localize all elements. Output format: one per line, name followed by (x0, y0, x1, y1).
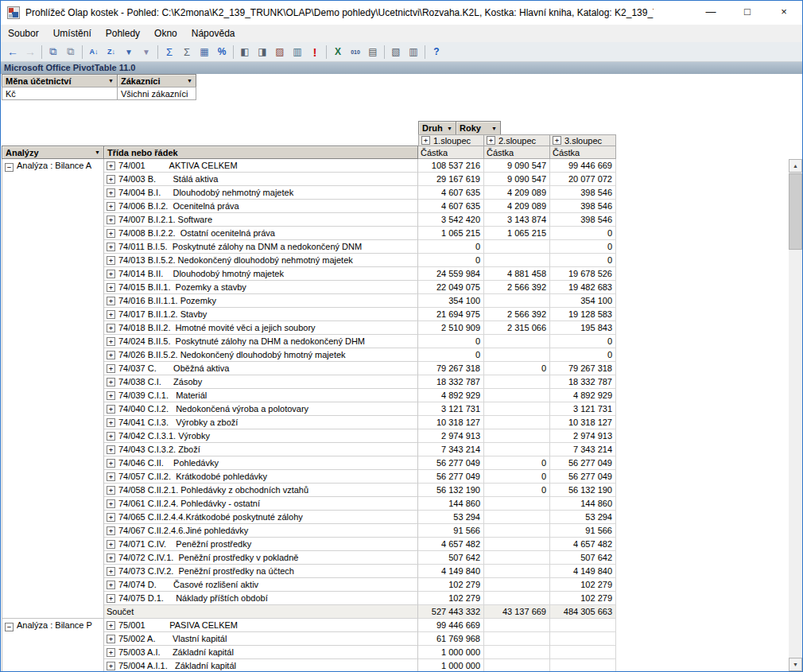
refresh-icon[interactable]: ! (306, 44, 324, 60)
expand-icon[interactable]: + (487, 136, 495, 145)
account-label-cell[interactable]: +74/075 D.1. Náklady příštích období (104, 592, 418, 605)
account-label-cell[interactable]: +74/067 C.II.2.4.6.Jiné pohledávky (104, 524, 418, 538)
filter-top-bottom-icon[interactable]: ▼ (138, 44, 155, 60)
row-field-analyzy[interactable]: Analýzy ▼ (2, 146, 104, 159)
subtotal-icon[interactable]: Σ (178, 44, 196, 60)
expand-icon[interactable]: + (107, 554, 115, 562)
menu-item-napoveda[interactable]: Nápověda (184, 28, 242, 39)
dropdown-arrow-icon[interactable]: ▼ (487, 126, 497, 131)
column-header-1sloupec[interactable]: + 1.sloupec (418, 134, 484, 146)
subtotal-label-cell[interactable]: Součet (104, 605, 418, 619)
expand-icon[interactable]: + (107, 432, 115, 441)
account-label-cell[interactable]: +74/074 D. Časové rozlišení aktiv (104, 578, 418, 592)
autofilter-icon[interactable]: ▼ (120, 44, 138, 60)
account-label-cell[interactable]: +74/011 B.I.5. Poskytnuté zálohy na DNM … (104, 240, 418, 254)
expand-icon[interactable]: + (107, 351, 115, 359)
filter-field-mena-ucetnictvi[interactable]: Měna účetnictví ▼ (2, 74, 118, 87)
expand-icon[interactable]: + (107, 581, 115, 589)
account-label-cell[interactable]: +74/039 C.I.1. Materiál (104, 389, 418, 402)
account-label-cell[interactable]: +74/026 B.II.5.2. Nedokončený dlouhodobý… (104, 348, 418, 362)
account-label-cell[interactable]: +74/004 B.I. Dlouhodobý nehmotný majetek (104, 186, 418, 200)
titlebar[interactable]: Prohlížeč Olap kostek - Pohled: C:\K2mon… (1, 1, 802, 25)
account-label-cell[interactable]: +74/024 B.II.5. Poskytnuté zálohy na DHM… (104, 335, 418, 348)
calculated-field-icon[interactable]: ▦ (196, 44, 213, 60)
scroll-down-icon[interactable]: ▼ (789, 658, 802, 671)
account-label-cell[interactable]: +75/003 A.I. Základní kapitál (104, 646, 418, 659)
autocalc-icon[interactable]: Σ (161, 44, 178, 60)
print-icon[interactable]: ▤ (364, 44, 382, 60)
expand-icon[interactable]: + (107, 229, 115, 238)
close-button[interactable]: × (766, 1, 802, 25)
expand-icon[interactable]: + (107, 378, 115, 386)
scrollbar-thumb[interactable] (789, 173, 802, 250)
vertical-scrollbar[interactable]: ▲ ▼ (789, 159, 802, 671)
account-label-cell[interactable]: +74/061 C.II.2.4. Pohledávky - ostatní (104, 497, 418, 511)
expand-icon[interactable]: + (107, 459, 115, 468)
account-label-cell[interactable]: +74/006 B.I.2. Ocenitelná práva (104, 200, 418, 213)
expand-icon[interactable]: + (107, 243, 115, 251)
expand-icon[interactable]: + (107, 310, 115, 319)
commands-options-icon[interactable]: ▧ (387, 44, 405, 60)
collapse-icon[interactable]: − (5, 623, 14, 631)
expand-icon[interactable]: + (107, 297, 115, 305)
account-label-cell[interactable]: +74/058 C.II.2.1. Pohledávky z obchodníc… (104, 484, 418, 497)
sort-ascending-icon[interactable]: A↓ (85, 44, 103, 60)
group-header-cell[interactable]: −Analýza : Bilance A (2, 159, 104, 619)
expand-icon[interactable]: + (107, 405, 115, 414)
back-icon[interactable]: ← (4, 44, 21, 60)
group-header-cell[interactable]: −Analýza : Bilance P (2, 619, 104, 672)
help-icon[interactable]: ? (428, 44, 445, 60)
account-label-cell[interactable]: +74/041 C.I.3. Výrobky a zboží (104, 416, 418, 429)
expand-icon[interactable]: + (107, 472, 115, 481)
column-field-roky[interactable]: Roky ▼ (456, 121, 501, 135)
account-label-cell[interactable]: +75/002 A. Vlastní kapitál (104, 632, 418, 646)
expand-icon[interactable]: + (107, 391, 115, 400)
menu-item-okno[interactable]: Okno (147, 28, 184, 39)
account-label-cell[interactable]: +74/003 B. Stálá aktiva (104, 173, 418, 186)
account-label-cell[interactable]: +74/017 B.II.1.2. Stavby (104, 308, 418, 321)
dropdown-arrow-icon[interactable]: ▼ (104, 78, 114, 84)
show-details-icon[interactable]: ▥ (289, 44, 306, 60)
account-label-cell[interactable]: +74/046 C.II. Pohledávky (104, 456, 418, 470)
account-label-cell[interactable]: +74/038 C.I. Zásoby (104, 375, 418, 389)
copy-with-headers-icon[interactable]: ⧉ (62, 44, 80, 60)
account-label-cell[interactable]: +74/016 B.II.1.1. Pozemky (104, 294, 418, 308)
column-header-2sloupec[interactable]: + 2.sloupec (484, 134, 550, 146)
minimize-button[interactable]: — (692, 1, 729, 25)
expand-icon[interactable]: + (553, 136, 561, 145)
sort-descending-icon[interactable]: Z↓ (103, 44, 120, 60)
expand-icon[interactable]: + (107, 513, 115, 522)
expand-icon[interactable]: + (107, 175, 115, 184)
expand-icon[interactable]: + (107, 283, 115, 292)
account-label-cell[interactable]: +74/037 C. Oběžná aktiva (104, 362, 418, 375)
expand-icon[interactable]: + (107, 594, 115, 603)
filter-field-zakaznici[interactable]: Zákazníci ▼ (118, 74, 196, 87)
account-label-cell[interactable]: +75/004 A.I.1. Základní kapitál (104, 659, 418, 672)
column-header-3sloupec[interactable]: + 3.sloupec (550, 134, 616, 146)
account-label-cell[interactable]: +74/043 C.I.3.2. Zboží (104, 443, 418, 456)
column-field-druh[interactable]: Druh ▼ (418, 121, 456, 135)
forward-icon[interactable]: → (21, 44, 39, 60)
expand-icon[interactable]: + (107, 621, 115, 630)
expand-icon[interactable]: + (107, 567, 115, 576)
account-label-cell[interactable]: +74/040 C.I.2. Nedokončená výroba a polo… (104, 402, 418, 416)
account-label-cell[interactable]: +74/013 B.I.5.2. Nedokončený dlouhodobý … (104, 254, 418, 267)
expand-icon[interactable]: + (107, 526, 115, 535)
dropdown-arrow-icon[interactable]: ▼ (91, 150, 100, 155)
hide-details-icon[interactable]: ▨ (271, 44, 289, 60)
account-label-cell[interactable]: +74/008 B.I.2.2. Ostatní ocenitelná práv… (104, 227, 418, 240)
expand-icon[interactable]: + (107, 270, 115, 278)
expand-icon[interactable]: + (107, 445, 115, 454)
expand-icon[interactable]: + (107, 256, 115, 265)
menu-item-pohledy[interactable]: Pohledy (99, 28, 147, 39)
menu-item-soubor[interactable]: Soubor (1, 28, 46, 39)
expand-icon[interactable]: + (107, 499, 115, 508)
account-label-cell[interactable]: +74/072 C.IV.1. Peněžní prostředky v pok… (104, 551, 418, 565)
account-label-cell[interactable]: +74/015 B.II.1. Pozemky a stavby (104, 281, 418, 294)
row-caption-trida-nebo-radek[interactable]: Třída nebo řádek (104, 146, 418, 159)
dropdown-arrow-icon[interactable]: ▼ (443, 126, 452, 131)
expand-icon[interactable]: + (107, 364, 115, 373)
copy-icon[interactable]: ⧉ (45, 44, 62, 60)
scroll-up-icon[interactable]: ▲ (789, 159, 802, 173)
expand-icon[interactable]: + (107, 486, 115, 495)
